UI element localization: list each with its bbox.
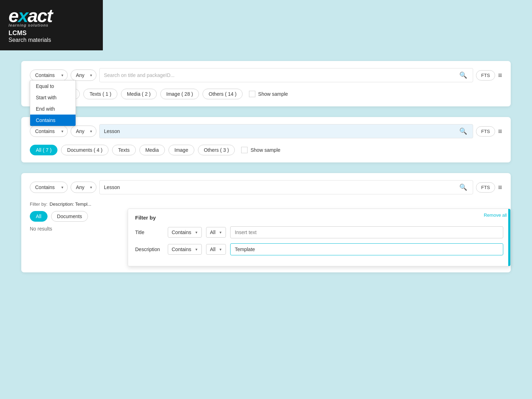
app-header: exact learning solutions LCMS Search mat… — [0, 0, 103, 50]
show-sample-wrap-1: Show sample — [249, 91, 288, 97]
chip-texts-1[interactable]: Texts ( 1 ) — [83, 89, 117, 99]
search-input-wrap-3: 🔍 — [99, 180, 473, 194]
contains-select-3[interactable]: Contains Equal to Start with End with — [30, 182, 68, 193]
dropdown-item-contains[interactable]: Contains — [30, 115, 76, 126]
filter-by-row: Filter by: Description: Templ... — [30, 201, 502, 207]
search-button-1[interactable]: 🔍 — [458, 71, 469, 79]
chip-media-1[interactable]: Media ( 2 ) — [121, 89, 157, 99]
chip-media-2[interactable]: Media — [139, 145, 165, 155]
search-input-2[interactable] — [104, 128, 458, 134]
search-input-wrap-1: 🔍 — [99, 68, 473, 82]
filter-scope-select-desc[interactable]: All — [206, 244, 226, 255]
chips-row-1: Documents ( 12 ) Texts ( 1 ) Media ( 2 )… — [30, 89, 502, 99]
filter-condition-select-title[interactable]: Contains Equal to — [168, 227, 202, 238]
page-title: Search materials — [9, 37, 94, 43]
filter-scope-select-title-wrap[interactable]: All — [206, 227, 226, 238]
fts-button-2[interactable]: FTS — [476, 126, 495, 137]
filter-condition-select-title-wrap[interactable]: Contains Equal to — [168, 227, 202, 238]
filter-panel: Remove all Filter by Title Contains Equa… — [128, 209, 511, 266]
show-sample-checkbox-2[interactable] — [241, 147, 248, 153]
search-button-3[interactable]: 🔍 — [458, 183, 469, 191]
chip-image-1[interactable]: Image ( 28 ) — [160, 89, 199, 99]
chip-others-2[interactable]: Others ( 3 ) — [198, 145, 235, 155]
any-select-1[interactable]: Any — [71, 70, 96, 81]
chip-others-1[interactable]: Others ( 14 ) — [203, 89, 243, 99]
search-input-1[interactable] — [104, 72, 458, 78]
any-select-wrap-3[interactable]: Any — [71, 182, 96, 193]
search-input-3[interactable] — [104, 184, 458, 190]
main-content: Contains Equal to Start with End with An… — [0, 50, 532, 283]
contains-select-wrap-1[interactable]: Contains Equal to Start with End with — [30, 70, 68, 81]
search-panel-2: Contains Equal to Start with End with An… — [21, 117, 511, 162]
contains-select-2[interactable]: Contains Equal to Start with End with — [30, 126, 68, 137]
chip-all-2[interactable]: All ( 7 ) — [30, 145, 57, 155]
filter-row-description-label: Description — [135, 246, 164, 252]
contains-dropdown-menu: Equal to Start with End with Contains — [30, 80, 76, 126]
filter-by-label: Filter by: — [30, 201, 48, 207]
logo-sub: learning solutions — [9, 23, 94, 27]
filter-condition-select-desc-wrap[interactable]: Contains Equal to — [168, 244, 202, 255]
chip-documents-2[interactable]: Documents ( 4 ) — [61, 145, 109, 155]
show-sample-label-1: Show sample — [258, 91, 288, 97]
filter-text-description[interactable] — [230, 243, 503, 255]
chip-all-3[interactable]: All — [30, 211, 48, 222]
show-sample-wrap-2: Show sample — [241, 147, 280, 153]
filter-button-1[interactable]: ≡ — [498, 71, 502, 79]
any-select-3[interactable]: Any — [71, 182, 96, 193]
dropdown-item-start[interactable]: Start with — [30, 92, 76, 103]
search-panel-1: Contains Equal to Start with End with An… — [21, 61, 511, 106]
filter-scope-select-desc-wrap[interactable]: All — [206, 244, 226, 255]
chips-row-2: All ( 7 ) Documents ( 4 ) Texts Media Im… — [30, 145, 502, 155]
chip-image-2[interactable]: Image — [168, 145, 194, 155]
search-row-3: Contains Equal to Start with End with An… — [30, 180, 502, 194]
filter-row-title-label: Title — [135, 229, 164, 235]
any-select-wrap-1[interactable]: Any — [71, 70, 96, 81]
search-row-1: Contains Equal to Start with End with An… — [30, 68, 502, 82]
filter-bar-accent — [508, 209, 510, 266]
lcms-label: LCMS — [9, 29, 94, 37]
logo: exact learning solutions — [9, 6, 94, 27]
contains-select-wrap-3[interactable]: Contains Equal to Start with End with — [30, 182, 68, 193]
contains-select-1[interactable]: Contains Equal to Start with End with — [30, 70, 68, 81]
filter-panel-title: Filter by — [135, 215, 503, 221]
remove-all-button[interactable]: Remove all — [484, 212, 507, 218]
any-select-wrap-2[interactable]: Any — [71, 126, 96, 137]
dropdown-item-equal[interactable]: Equal to — [30, 81, 76, 92]
show-sample-checkbox-1[interactable] — [249, 91, 255, 97]
dropdown-item-end[interactable]: End with — [30, 103, 76, 115]
filter-text-title[interactable] — [230, 226, 503, 238]
filter-button-3[interactable]: ≡ — [498, 183, 502, 192]
any-select-2[interactable]: Any — [71, 126, 96, 137]
search-input-wrap-2: 🔍 — [99, 124, 473, 138]
filter-button-2[interactable]: ≡ — [498, 127, 502, 135]
filter-row-title: Title Contains Equal to All — [135, 226, 503, 238]
search-panel-3: Contains Equal to Start with End with An… — [21, 173, 511, 272]
chip-documents-3[interactable]: Documents — [51, 211, 88, 222]
filter-by-value: Description: Templ... — [50, 201, 92, 207]
chip-texts-2[interactable]: Texts — [112, 145, 136, 155]
fts-button-1[interactable]: FTS — [476, 70, 495, 81]
filter-condition-select-desc[interactable]: Contains Equal to — [168, 244, 202, 255]
fts-button-3[interactable]: FTS — [476, 182, 495, 193]
search-row-2: Contains Equal to Start with End with An… — [30, 124, 502, 138]
filter-row-description: Description Contains Equal to All — [135, 243, 503, 255]
contains-select-wrap-2[interactable]: Contains Equal to Start with End with — [30, 126, 68, 137]
search-button-2[interactable]: 🔍 — [458, 127, 469, 135]
show-sample-label-2: Show sample — [250, 147, 280, 153]
filter-scope-select-title[interactable]: All — [206, 227, 226, 238]
